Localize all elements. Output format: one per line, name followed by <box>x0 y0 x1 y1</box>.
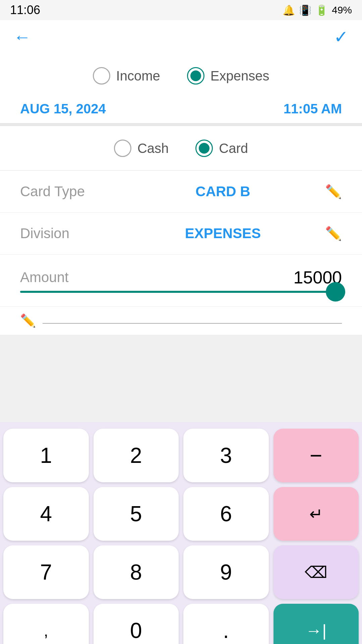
key-5[interactable]: 5 <box>94 487 179 541</box>
key-minus[interactable]: − <box>274 429 359 482</box>
income-option[interactable]: Income <box>93 67 160 85</box>
key-6[interactable]: 6 <box>183 487 269 541</box>
back-button[interactable]: ← <box>13 27 31 47</box>
card-type-value: CARD B <box>127 183 318 200</box>
battery-level: 49% <box>332 4 352 16</box>
keyboard: 1 2 3 − 4 5 6 ↵ 7 8 9 ⌫ , 0 . →| <box>0 422 362 644</box>
key-9[interactable]: 9 <box>183 545 269 599</box>
content-spacer <box>0 335 362 422</box>
note-area <box>43 318 342 324</box>
key-0[interactable]: 0 <box>94 604 179 644</box>
key-7[interactable]: 7 <box>3 545 89 599</box>
key-newline[interactable]: ↵ <box>274 487 359 541</box>
income-label: Income <box>116 68 160 84</box>
keyboard-row-2: 4 5 6 ↵ <box>3 487 359 541</box>
payment-method-group: Cash Card <box>0 126 362 171</box>
slider-track[interactable] <box>20 291 342 293</box>
cash-radio[interactable] <box>114 140 131 157</box>
key-dot[interactable]: . <box>183 604 269 644</box>
key-2[interactable]: 2 <box>94 429 179 482</box>
alert-icon: 🔔 <box>283 4 295 16</box>
status-bar: 11:06 🔔 📳 🔋 49% <box>0 0 362 20</box>
key-comma[interactable]: , <box>3 604 89 644</box>
status-time: 11:06 <box>10 3 40 17</box>
keyboard-row-3: 7 8 9 ⌫ <box>3 545 359 599</box>
cash-option[interactable]: Cash <box>114 140 169 157</box>
cash-label: Cash <box>137 141 169 156</box>
card-radio[interactable] <box>195 140 213 157</box>
note-row: ✏️ <box>0 307 362 335</box>
slider-thumb[interactable] <box>326 282 345 302</box>
note-underline <box>43 323 342 324</box>
transaction-type-group: Income Expenses <box>0 54 362 95</box>
keyboard-row-4: , 0 . →| <box>3 604 359 644</box>
key-3[interactable]: 3 <box>183 429 269 482</box>
key-8[interactable]: 8 <box>94 545 179 599</box>
battery-icon: 🔋 <box>315 4 328 16</box>
key-4[interactable]: 4 <box>3 487 89 541</box>
nav-bar: ← ✓ <box>0 20 362 54</box>
key-enter[interactable]: →| <box>274 604 359 644</box>
division-row: Division EXPENSES ✏️ <box>0 213 362 255</box>
expenses-label: Expenses <box>210 68 269 84</box>
key-1[interactable]: 1 <box>3 429 89 482</box>
card-type-edit-icon[interactable]: ✏️ <box>325 184 342 200</box>
status-icons: 🔔 📳 🔋 49% <box>283 4 352 16</box>
expenses-option[interactable]: Expenses <box>187 67 269 85</box>
amount-header: Amount 15000 <box>20 267 342 287</box>
division-label: Division <box>20 225 127 241</box>
form-section: Card Type CARD B ✏️ Division EXPENSES ✏️… <box>0 171 362 335</box>
section-divider <box>0 123 362 126</box>
card-type-label: Card Type <box>20 183 127 200</box>
amount-label: Amount <box>20 269 69 285</box>
vibrate-icon: 📳 <box>299 4 311 16</box>
income-radio[interactable] <box>93 67 110 85</box>
amount-row: Amount 15000 <box>0 255 362 307</box>
division-value: EXPENSES <box>127 225 318 241</box>
key-backspace[interactable]: ⌫ <box>274 545 359 599</box>
keyboard-row-1: 1 2 3 − <box>3 429 359 482</box>
confirm-button[interactable]: ✓ <box>334 27 349 47</box>
card-option[interactable]: Card <box>195 140 248 157</box>
division-edit-icon[interactable]: ✏️ <box>325 226 342 241</box>
date-time-row: AUG 15, 2024 11:05 AM <box>0 95 362 123</box>
card-label: Card <box>219 141 248 156</box>
time-field[interactable]: 11:05 AM <box>284 101 342 116</box>
card-type-row: Card Type CARD B ✏️ <box>0 171 362 213</box>
date-field[interactable]: AUG 15, 2024 <box>20 101 106 116</box>
slider-container[interactable] <box>20 291 342 303</box>
note-pencil-icon[interactable]: ✏️ <box>20 313 36 328</box>
expenses-radio[interactable] <box>187 67 204 85</box>
